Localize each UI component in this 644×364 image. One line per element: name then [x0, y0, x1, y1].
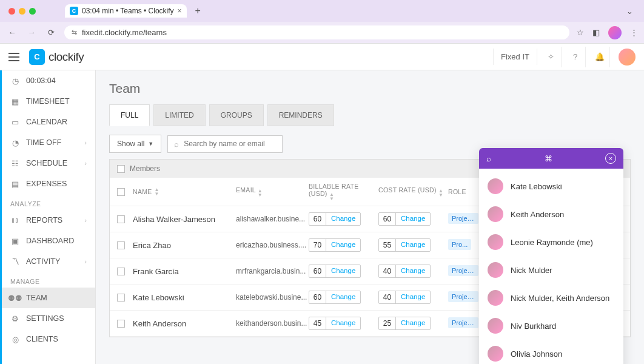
billable-rate-value[interactable]: 60: [309, 291, 326, 303]
col-header-email[interactable]: EMAIL ▲▼: [236, 186, 309, 197]
role-tag[interactable]: Projec...: [448, 291, 478, 302]
sidebar-item-calendar[interactable]: ▭ CALENDAR: [2, 112, 95, 132]
help-icon[interactable]: ?: [565, 47, 586, 67]
window-controls: [5, 8, 36, 15]
cell-email: mrfrankgarcia.busin...: [236, 267, 309, 275]
url-text: fixedit.clockify.me/teams: [82, 28, 167, 37]
billable-rate-value[interactable]: 70: [309, 239, 326, 251]
cost-rate-value[interactable]: 40: [379, 291, 396, 303]
new-tab-button[interactable]: +: [192, 5, 204, 16]
select-all-checkbox-2[interactable]: [117, 188, 125, 196]
search-input[interactable]: [184, 140, 276, 148]
popup-user-item[interactable]: Leonie Raymonde (me): [479, 228, 623, 256]
popup-user-name: Nick Mulder, Keith Anderson: [511, 294, 609, 303]
change-rate-button[interactable]: Change: [396, 291, 430, 303]
back-button[interactable]: ←: [6, 27, 18, 39]
select-all-checkbox[interactable]: [117, 165, 125, 173]
menu-icon[interactable]: ⋮: [630, 28, 638, 37]
change-rate-button[interactable]: Change: [326, 239, 360, 251]
billable-rate-value[interactable]: 60: [309, 265, 326, 277]
col-header-name[interactable]: NAME ▲▼: [133, 187, 236, 196]
sidebar-item-expenses[interactable]: ▤ EXPENSES: [2, 174, 95, 194]
change-rate-button[interactable]: Change: [396, 317, 430, 329]
menu-toggle-button[interactable]: [8, 50, 22, 64]
cell-name: Erica Zhao: [133, 241, 236, 250]
popup-user-item[interactable]: Kate Lebowski: [479, 172, 623, 200]
popup-header: ⌕ ⌘ ×: [479, 148, 623, 169]
billable-rate-value[interactable]: 60: [309, 213, 326, 225]
row-checkbox[interactable]: [117, 294, 125, 302]
sidebar-item-timeoff[interactable]: ◔ TIME OFF ›: [2, 132, 95, 153]
col-header-billable[interactable]: BILLABLE RATE (USD) ▲▼: [309, 183, 378, 201]
main-content: Team FULL LIMITED GROUPS REMINDERS Show …: [96, 70, 644, 364]
popup-user-item[interactable]: Keith Anderson: [479, 200, 623, 228]
role-tag[interactable]: Projec...: [448, 265, 478, 276]
tab-reminders[interactable]: REMINDERS: [267, 104, 334, 126]
bookmark-icon[interactable]: ☆: [577, 28, 584, 37]
change-rate-button[interactable]: Change: [396, 265, 430, 277]
show-filter-dropdown[interactable]: Show all ▼: [109, 135, 161, 153]
expand-tabs-icon[interactable]: ⌄: [620, 5, 639, 17]
sidebar-item-reports[interactable]: ⫾⫾ REPORTS ›: [2, 210, 95, 231]
col-header-cost[interactable]: COST RATE (USD) ▲▼: [378, 186, 448, 197]
url-field[interactable]: ⇆ fixedit.clockify.me/teams: [64, 25, 569, 39]
notifications-icon[interactable]: 🔔: [589, 47, 610, 67]
search-icon[interactable]: ⌕: [486, 154, 491, 163]
row-checkbox[interactable]: [117, 241, 125, 249]
reload-button[interactable]: ⟳: [45, 27, 57, 39]
tab-limited[interactable]: LIMITED: [153, 104, 205, 126]
tab-full[interactable]: FULL: [109, 104, 150, 126]
change-rate-button[interactable]: Change: [396, 239, 430, 251]
avatar-icon: [488, 178, 503, 194]
workspace-name[interactable]: Fixed IT: [493, 49, 537, 65]
browser-tab[interactable]: C 03:04 min • Teams • Clockify ×: [65, 4, 187, 18]
popup-user-item[interactable]: Olivia Johnson: [479, 340, 623, 364]
sort-icon: ▲▼: [329, 192, 334, 201]
cell-email: katelebowski.busine...: [236, 293, 309, 302]
cost-rate-value[interactable]: 40: [379, 265, 396, 277]
role-tag[interactable]: Projec...: [448, 317, 478, 328]
sidebar-item-label: DASHBOARD: [26, 237, 74, 245]
avatar-icon: [488, 346, 503, 362]
popup-user-item[interactable]: Nick Mulder: [479, 256, 623, 284]
sidebar-item-dashboard[interactable]: ▣ DASHBOARD: [2, 231, 95, 251]
maximize-window-icon[interactable]: [29, 8, 36, 15]
sidebar-item-timesheet[interactable]: ▦ TIMESHEET: [2, 91, 95, 112]
row-checkbox[interactable]: [117, 268, 125, 275]
user-avatar[interactable]: [619, 49, 636, 66]
billable-rate-value[interactable]: 45: [309, 317, 326, 329]
close-icon[interactable]: ×: [605, 153, 616, 164]
tab-groups[interactable]: GROUPS: [209, 104, 264, 126]
close-tab-icon[interactable]: ×: [178, 7, 182, 15]
sidebar-item-activity[interactable]: 〽 ACTIVITY ›: [2, 251, 95, 272]
popup-user-item[interactable]: Niv Burkhard: [479, 312, 623, 340]
sidebar-item-settings[interactable]: ⚙ SETTINGS: [2, 308, 95, 329]
row-checkbox[interactable]: [117, 320, 125, 328]
sidebar-item-clients[interactable]: ◎ CLIENTS: [2, 329, 95, 349]
timesheet-icon: ▦: [10, 96, 20, 106]
cost-rate-value[interactable]: 25: [379, 317, 396, 329]
change-rate-button[interactable]: Change: [396, 213, 430, 225]
role-tag[interactable]: Pro...: [448, 239, 471, 250]
close-window-icon[interactable]: [8, 8, 15, 15]
row-checkbox[interactable]: [117, 215, 125, 223]
sidebar-item-schedule[interactable]: ☷ SCHEDULE ›: [2, 153, 95, 174]
cost-rate-value[interactable]: 55: [379, 239, 396, 251]
change-rate-button[interactable]: Change: [326, 317, 360, 329]
extensions-icon[interactable]: ◧: [592, 28, 600, 37]
change-rate-button[interactable]: Change: [326, 265, 360, 277]
upgrade-icon[interactable]: ✧: [541, 47, 562, 67]
sidebar-item-team[interactable]: ⚉⚉ TEAM: [2, 288, 95, 308]
forward-button[interactable]: →: [25, 27, 38, 39]
minimize-window-icon[interactable]: [19, 8, 25, 15]
site-info-icon[interactable]: ⇆: [72, 29, 77, 36]
cell-name: Alisha Walker-Jameson: [133, 215, 236, 224]
sidebar-item-timer[interactable]: ◷ 00:03:04: [2, 70, 95, 91]
cost-rate-value[interactable]: 60: [379, 213, 396, 225]
change-rate-button[interactable]: Change: [326, 291, 360, 303]
popup-user-item[interactable]: Nick Mulder, Keith Anderson: [479, 284, 623, 312]
profile-avatar[interactable]: [608, 26, 622, 39]
change-rate-button[interactable]: Change: [326, 213, 360, 225]
reports-icon: ⫾⫾: [10, 215, 20, 225]
role-tag[interactable]: Projec...: [448, 213, 478, 224]
